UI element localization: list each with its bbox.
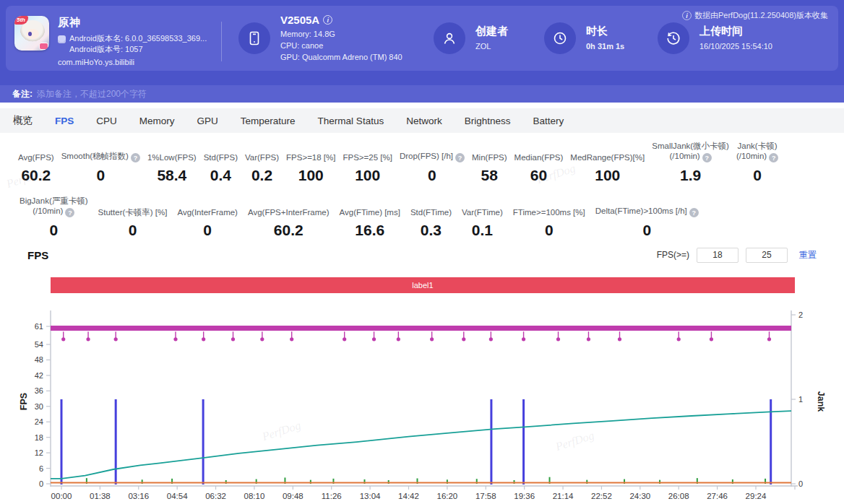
chart-label-band[interactable]: label1 [51, 277, 795, 293]
svg-text:0: 0 [798, 479, 803, 488]
tab-概览[interactable]: 概览 [13, 114, 33, 127]
svg-text:Jank: Jank [816, 391, 826, 412]
tab-brightness[interactable]: Brightness [465, 116, 511, 126]
svg-text:12: 12 [35, 448, 43, 457]
svg-text:26:08: 26:08 [668, 492, 689, 500]
svg-text:04:54: 04:54 [167, 492, 188, 500]
stat-label: Avg(FTime) [ms] [340, 207, 400, 217]
tab-gpu[interactable]: GPU [197, 116, 218, 126]
stat-label: FPS>=18 [%] [286, 152, 335, 162]
creator-value: ZOL [475, 40, 508, 52]
device-gpu: GPU: Qualcomm Adreno (TM) 840 [280, 51, 402, 63]
note-placeholder: 添加备注，不超过200个字符 [37, 88, 147, 100]
fps-threshold-input-1[interactable] [697, 248, 738, 263]
fps-stats-row-2: BigJank(严重卡顿)(/10min)?0Stutter(卡顿率) [%]0… [0, 185, 844, 240]
spacer [0, 103, 844, 108]
stat-std-ftime: Std(FTime)0.3 [405, 207, 457, 240]
fps-section-header: FPS FPS(>=) 重置 [0, 246, 844, 264]
svg-text:16:20: 16:20 [436, 492, 457, 500]
stat-label: 1%Low(FPS) [147, 152, 197, 162]
tab-network[interactable]: Network [406, 116, 442, 126]
stat-value: 58.4 [147, 166, 197, 185]
stat-label: Drop(FPS) [/h]? [400, 151, 465, 163]
help-icon[interactable]: ? [702, 153, 712, 162]
creator-section: 创建者 ZOL [434, 6, 508, 71]
stat-value: 0.1 [462, 221, 503, 240]
help-icon[interactable]: ? [689, 208, 699, 217]
svg-text:6: 6 [39, 464, 43, 473]
stat-drop-fps: Drop(FPS) [/h]?0 [396, 151, 468, 186]
stat-fps-ge-25: FPS>=25 [%]100 [339, 152, 395, 185]
stat-label: Var(FTime) [462, 207, 503, 217]
creator-label: 创建者 [475, 25, 508, 38]
stat-median-fps: Median(FPS)60 [511, 152, 567, 185]
fps-threshold-input-2[interactable] [746, 248, 788, 263]
help-icon[interactable]: ? [65, 208, 74, 217]
tab-battery[interactable]: Battery [533, 116, 564, 126]
stat-value: 0 [20, 221, 88, 240]
svg-text:17:58: 17:58 [475, 492, 496, 500]
bilibili-badge-icon [39, 43, 48, 50]
stat-value: 0 [400, 166, 465, 185]
stat-label: BigJank(严重卡顿)(/10min)? [20, 196, 88, 218]
stat-label: Std(FPS) [204, 152, 238, 162]
tab-cpu[interactable]: CPU [96, 116, 117, 126]
stat-value: 16.6 [340, 221, 400, 240]
stat-big-jank: BigJank(严重卡顿)(/10min)?0 [14, 196, 93, 240]
stat-small-jank: SmallJank(微小卡顿)(/10min)?1.9 [648, 141, 733, 186]
stat-value: 60 [514, 166, 564, 185]
note-label: 备注: [12, 88, 33, 100]
stat-value: 0 [177, 221, 238, 240]
svg-text:0: 0 [39, 479, 43, 488]
fps-chart[interactable]: 0612182430364248546101200:0001:3803:1604… [0, 305, 844, 504]
device-memory: Memory: 14.8G [280, 28, 402, 40]
tab-bar: 概览FPSCPUMemoryGPUTemperatureThermal Stat… [0, 108, 844, 133]
svg-text:42: 42 [35, 371, 43, 380]
stat-value: 0.3 [410, 221, 452, 240]
fps-chart-svg[interactable]: 0612182430364248546101200:0001:3803:1604… [0, 305, 844, 504]
app-package: com.miHoYo.ys.bilibili [58, 58, 207, 66]
stat-value: 0 [513, 221, 585, 240]
stat-avg-ftime: Avg(FTime) [ms]16.6 [335, 207, 405, 240]
stat-label: Var(FPS) [245, 152, 279, 162]
help-icon[interactable]: ? [131, 153, 140, 162]
android-icon [58, 35, 66, 43]
upload-label: 上传时间 [699, 25, 772, 38]
duration-value: 0h 31m 1s [586, 40, 624, 52]
reset-link[interactable]: 重置 [799, 249, 817, 261]
svg-text:06:32: 06:32 [205, 492, 226, 500]
svg-text:09:48: 09:48 [283, 492, 303, 500]
device-model: V2505A [280, 14, 319, 26]
tab-thermal-status[interactable]: Thermal Status [318, 116, 384, 126]
help-icon[interactable]: ? [455, 153, 465, 162]
help-icon[interactable]: ? [769, 153, 778, 162]
stat-label: Avg(InterFrame) [177, 207, 238, 217]
svg-text:11:26: 11:26 [322, 492, 342, 500]
device-info-section: V2505A i Memory: 14.8G CPU: canoe GPU: Q… [238, 6, 402, 71]
svg-text:18: 18 [35, 433, 43, 442]
svg-text:24:30: 24:30 [629, 492, 650, 500]
android-version-name: Android版本名: 6.0.0_36598533_369... [69, 33, 207, 44]
svg-text:01:38: 01:38 [90, 492, 111, 500]
stat-value: 100 [286, 166, 335, 185]
stat-value: 0 [98, 221, 168, 240]
tab-fps[interactable]: FPS [55, 116, 74, 126]
svg-text:2: 2 [798, 310, 803, 319]
duration-section: 时长 0h 31m 1s [544, 6, 624, 71]
stat-value: 100 [343, 166, 392, 185]
tab-temperature[interactable]: Temperature [241, 116, 296, 126]
stat-avg-fps: Avg(FPS)60.2 [14, 152, 58, 185]
chart-label-band-text: label1 [412, 281, 433, 290]
stat-label: Jank(卡顿)(/10min)? [736, 141, 778, 163]
stat-value: 0 [61, 166, 140, 185]
note-bar[interactable]: 备注: 添加备注，不超过200个字符 [0, 85, 844, 103]
tab-memory[interactable]: Memory [139, 116, 175, 126]
fps-section-title: FPS [27, 249, 48, 261]
stat-value: 60.2 [18, 166, 54, 185]
device-info-icon[interactable]: i [323, 15, 332, 25]
stat-label: Delta(FTime)>100ms [/h]? [595, 206, 699, 218]
svg-text:FPS: FPS [19, 393, 29, 410]
fps-stats-row-1: Avg(FPS)60.2Smooth(稳帧指数)?01%Low(FPS)58.4… [0, 133, 844, 185]
stat-delta-ftime: Delta(FTime)>100ms [/h]?0 [590, 206, 704, 240]
svg-text:27:46: 27:46 [707, 492, 728, 500]
